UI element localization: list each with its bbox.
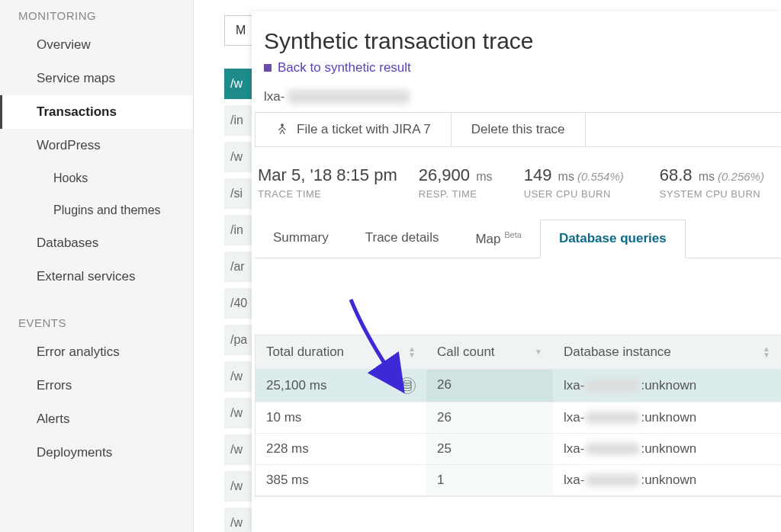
instance-suffix: :unknown: [641, 410, 696, 425]
instance-prefix: lxa-: [564, 473, 584, 488]
delete-label: Delete this trace: [471, 122, 565, 137]
td-instance: lxa-:unknown: [553, 402, 781, 433]
td-instance: lxa-:unknown: [553, 465, 781, 495]
th-call-count[interactable]: Call count▼: [426, 335, 553, 369]
redacted-instance: [586, 380, 639, 392]
jira-icon: [275, 123, 289, 136]
metric-value: Mar 5, '18 8:15 pm: [258, 165, 397, 184]
sort-icon: ▲▼: [408, 346, 416, 358]
sidebar-item-external-services[interactable]: External services: [0, 260, 193, 293]
tabs: Summary Trace details Map Beta Database …: [255, 220, 781, 258]
metric-resp-time: 26,900 ms RESP. TIME: [419, 165, 503, 200]
jira-label: File a ticket with JIRA 7: [297, 122, 431, 137]
tab-trace-details[interactable]: Trace details: [347, 220, 458, 258]
beta-badge: Beta: [504, 230, 522, 239]
sidebar-item-overview[interactable]: Overview: [0, 28, 193, 62]
td-duration: 10 ms: [256, 402, 426, 433]
instance-suffix: :unknown: [641, 378, 696, 393]
metric-unit: ms: [476, 170, 492, 183]
svg-point-1: [403, 380, 411, 383]
tab-database-queries[interactable]: Database queries: [540, 220, 686, 258]
jira-button[interactable]: File a ticket with JIRA 7: [256, 113, 452, 146]
metric-unit: ms: [699, 170, 715, 183]
metric-pct: (0.256%): [718, 170, 764, 183]
instance-prefix: lxa-: [564, 378, 584, 393]
td-count: 26: [426, 402, 553, 433]
section-header-events: EVENTS: [0, 307, 193, 335]
td-count: 26: [426, 370, 553, 402]
metric-pct: (0.554%): [577, 170, 624, 183]
instance-suffix: :unknown: [641, 473, 696, 488]
section-header-monitoring: MONITORING: [0, 0, 193, 28]
delete-trace-button[interactable]: Delete this trace: [452, 113, 586, 146]
sidebar-item-alerts[interactable]: Alerts: [0, 402, 193, 436]
back-link-text: Back to synthetic result: [278, 60, 411, 75]
database-icon[interactable]: [399, 377, 416, 394]
sidebar-item-transactions[interactable]: Transactions: [0, 95, 193, 129]
metric-label: SYSTEM CPU BURN: [660, 188, 767, 200]
td-count: 25: [426, 434, 553, 464]
metric-user-cpu: 149 ms(0.554%) USER CPU BURN: [524, 165, 638, 200]
instance-prefix: lxa-: [564, 410, 584, 425]
td-duration: 25,100 ms: [256, 370, 426, 402]
sidebar: MONITORING Overview Service maps Transac…: [0, 0, 194, 532]
th-instance[interactable]: Database instance▲▼: [553, 335, 781, 369]
th-label: Call count: [437, 345, 495, 360]
table-row[interactable]: 25,100 ms 26 lxa-:unknown: [256, 370, 781, 402]
table-row[interactable]: 10 ms 26 lxa-:unknown: [256, 402, 781, 434]
metric-unit: ms: [558, 170, 574, 183]
instance-suffix: :unknown: [641, 441, 696, 457]
sidebar-item-databases[interactable]: Databases: [0, 226, 193, 260]
td-instance: lxa-:unknown: [553, 434, 781, 464]
back-marker-icon: [264, 64, 272, 72]
td-duration: 385 ms: [256, 465, 426, 495]
instance-prefix: lxa-: [564, 441, 584, 457]
tab-map-label: Map: [475, 232, 500, 246]
td-duration: 228 ms: [256, 434, 426, 464]
host-name: lxa-: [258, 89, 775, 112]
host-prefix: lxa-: [264, 89, 284, 104]
cell-text: 25,100 ms: [266, 378, 326, 393]
redacted-instance: [586, 443, 639, 455]
sidebar-item-errors[interactable]: Errors: [0, 369, 193, 402]
svg-point-0: [281, 123, 284, 127]
sidebar-item-hooks[interactable]: Hooks: [0, 162, 193, 194]
redacted-instance: [586, 474, 639, 486]
metric-system-cpu: 68.8 ms(0.256%) SYSTEM CPU BURN: [660, 165, 767, 200]
table-row[interactable]: 385 ms 1 lxa-:unknown: [256, 465, 781, 496]
trace-panel: Synthetic transaction trace Back to synt…: [252, 11, 781, 532]
metric-value: 149: [524, 165, 552, 184]
metric-value: 26,900: [419, 165, 470, 184]
panel-title: Synthetic transaction trace: [258, 28, 775, 54]
redacted-instance: [586, 412, 639, 424]
th-label: Total duration: [266, 345, 344, 360]
metric-trace-time: Mar 5, '18 8:15 pm TRACE TIME: [258, 165, 397, 200]
tab-summary[interactable]: Summary: [255, 220, 347, 258]
metrics-row: Mar 5, '18 8:15 pm TRACE TIME 26,900 ms …: [252, 165, 781, 220]
metric-label: TRACE TIME: [258, 188, 397, 200]
sort-down-icon: ▼: [535, 349, 542, 355]
metric-label: RESP. TIME: [419, 188, 503, 200]
td-count: 1: [426, 465, 553, 495]
action-bar: File a ticket with JIRA 7 Delete this tr…: [255, 112, 781, 147]
sidebar-item-error-analytics[interactable]: Error analytics: [0, 335, 193, 369]
db-queries-table: Total duration▲▼ Call count▼ Database in…: [255, 335, 781, 497]
metric-label: USER CPU BURN: [524, 188, 638, 200]
sort-icon: ▲▼: [763, 346, 770, 358]
th-duration[interactable]: Total duration▲▼: [256, 335, 426, 369]
metric-value: 68.8: [660, 165, 693, 184]
table-row[interactable]: 228 ms 25 lxa-:unknown: [256, 434, 781, 465]
back-link[interactable]: Back to synthetic result: [258, 54, 775, 89]
table-header: Total duration▲▼ Call count▼ Database in…: [256, 335, 781, 370]
sidebar-item-plugins-themes[interactable]: Plugins and themes: [0, 194, 193, 226]
td-instance: lxa-:unknown: [553, 370, 781, 402]
sidebar-item-wordpress[interactable]: WordPress: [0, 129, 193, 162]
sidebar-item-service-maps[interactable]: Service maps: [0, 62, 193, 95]
sidebar-item-deployments[interactable]: Deployments: [0, 436, 193, 470]
th-label: Database instance: [564, 345, 671, 360]
tab-map[interactable]: Map Beta: [457, 220, 539, 258]
redacted-host: [288, 90, 410, 104]
